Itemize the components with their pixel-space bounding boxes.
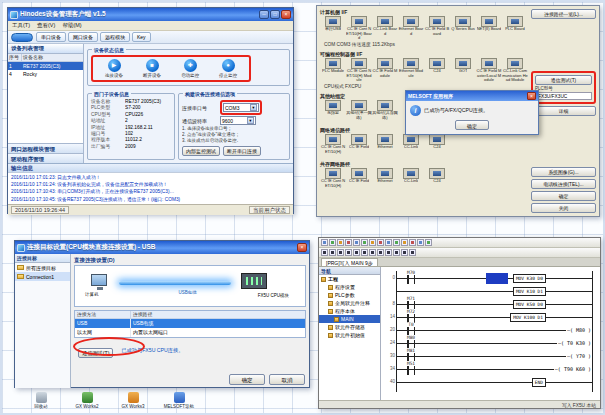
tel-button[interactable]: 电话线连接(TEL)...: [531, 179, 596, 189]
device-group-icon[interactable]: [11, 33, 33, 42]
status-button[interactable]: ■ 断开设备: [136, 59, 168, 78]
ladder-symbol-icon[interactable]: [409, 249, 416, 256]
ladder-symbol-icon[interactable]: [377, 249, 384, 256]
connection-target-item[interactable]: 所有连接目标: [15, 263, 70, 272]
interface-option[interactable]: 串行USB: [320, 16, 346, 41]
window-button[interactable]: ─: [259, 10, 269, 19]
ladder-rung[interactable]: 24 M80 T0 K30: [399, 337, 592, 350]
toolbar-icon[interactable]: [401, 239, 408, 246]
route-option[interactable]: CC IE Field: [346, 168, 372, 193]
route-option[interactable]: C24: [424, 134, 450, 159]
ladder-symbol-icon[interactable]: [337, 249, 344, 256]
route-option[interactable]: CC IE Field: [346, 134, 372, 159]
tree-item[interactable]: 工程: [319, 275, 380, 283]
titlebar[interactable]: 连接目标设置(CPU模块直接连接设置) - USB ×: [15, 241, 309, 254]
route-option[interactable]: Ethernet: [372, 134, 398, 159]
toolbar-icon[interactable]: [377, 239, 384, 246]
toolbar-icon[interactable]: [417, 239, 424, 246]
toolbar-icon[interactable]: [409, 239, 416, 246]
interface-option[interactable]: CC IE Field Master/Local Module: [476, 58, 502, 83]
comm-test-button[interactable]: 断开串口连接: [223, 146, 261, 156]
tree-item[interactable]: 软元件存储器: [319, 323, 380, 331]
comm-test-button[interactable]: 内部监控测试: [182, 146, 220, 156]
system-image-button[interactable]: 系统图像(G)...: [531, 167, 596, 177]
ladder-rung[interactable]: 30 M81 Y70: [399, 350, 592, 363]
ladder-rung[interactable]: 8 M71 MOV K50 D0: [399, 298, 592, 311]
route-option[interactable]: C24: [424, 168, 450, 193]
ladder-rung[interactable]: MOV K10 D1: [399, 285, 592, 298]
ladder-rung[interactable]: 20 T0 M80: [399, 324, 592, 337]
interface-option[interactable]: NET(II) Board: [476, 16, 502, 41]
interface-option[interactable]: Ethernet Module: [398, 58, 424, 83]
toolbar-icon[interactable]: [425, 239, 432, 246]
route-option[interactable]: CC IE Cont NET/10(H): [320, 168, 346, 193]
station-option[interactable]: 其他站(共存网络): [372, 100, 398, 125]
tree-item[interactable]: PLC参数: [319, 291, 380, 299]
com-port-select[interactable]: COM3 ▾: [223, 103, 259, 112]
desktop-shortcut[interactable]: MELSOFT导航: [162, 392, 196, 409]
connection-method-row[interactable]: USB USB电缆: [75, 319, 305, 328]
interface-option[interactable]: PLC Board: [502, 16, 528, 41]
nav-group-drivers[interactable]: 驱动程序管理: [8, 153, 83, 163]
window-button[interactable]: □: [270, 10, 280, 19]
close-button[interactable]: 关闭: [531, 203, 596, 213]
ok-button[interactable]: 确定: [455, 120, 489, 130]
toolbar-icon[interactable]: [361, 239, 368, 246]
interface-option[interactable]: PLC Module: [320, 58, 346, 83]
comm-test-button[interactable]: 通信测试(T): [535, 75, 592, 85]
desktop-shortcut[interactable]: 回收站: [24, 392, 58, 409]
titlebar[interactable]: Hinodes设备管理客户端 v1.5 ─□×: [8, 8, 293, 21]
tree-item[interactable]: 软元件初始值: [319, 331, 380, 339]
ladder-symbol-icon[interactable]: [321, 249, 328, 256]
ok-button[interactable]: 确定: [229, 374, 265, 385]
window-button[interactable]: ×: [281, 10, 291, 19]
col-no[interactable]: 序号: [8, 54, 22, 61]
nav-group-device-list[interactable]: 设备列表管理: [8, 44, 83, 54]
menu-item[interactable]: 帮助(M): [62, 22, 81, 29]
ladder-rung[interactable]: 14 M72 MOV K100 D1: [399, 311, 592, 324]
interface-option[interactable]: GOT: [450, 58, 476, 83]
ok-button[interactable]: 确定: [531, 191, 596, 201]
route-option[interactable]: CC-Link: [398, 134, 424, 159]
ladder-symbol-icon[interactable]: [385, 249, 392, 256]
device-row[interactable]: 4 Rocky: [8, 70, 83, 78]
output-log[interactable]: 2016/11/10 17:01:23: 日志文件载入成功！2016/11/10…: [8, 172, 293, 204]
interface-option[interactable]: CC IE Cont NET/10(H) Board: [346, 16, 372, 41]
connection-list-button[interactable]: 连接路径一览(L)...: [531, 9, 596, 19]
tree-item[interactable]: MAIN: [319, 315, 380, 323]
interface-option[interactable]: CC IE Cont NET/10(H) Module: [346, 58, 372, 83]
tree-item[interactable]: 全局软元件注释: [319, 299, 380, 307]
ladder-symbol-icon[interactable]: [401, 249, 408, 256]
col-name[interactable]: 设备名称: [22, 54, 83, 61]
nav-group-remote-modules[interactable]: 网口远程模块管理: [8, 143, 83, 153]
desktop-shortcut[interactable]: GX Works2: [70, 392, 104, 409]
detail-button[interactable]: 详细: [531, 106, 596, 116]
interface-option[interactable]: CC-Link Communication Head Module: [502, 58, 528, 83]
ladder-symbol-icon[interactable]: [393, 249, 400, 256]
status-button[interactable]: ● 停止监控: [212, 59, 244, 78]
connection-target-item[interactable]: Connection1: [15, 272, 70, 281]
interface-option[interactable]: CC IE Field Module: [372, 58, 398, 83]
menu-item[interactable]: 工具(T): [12, 22, 30, 29]
ladder-symbol-icon[interactable]: [345, 249, 352, 256]
toolbar-icon[interactable]: [385, 239, 392, 246]
desktop-shortcut[interactable]: GX Works3: [116, 392, 150, 409]
device-row[interactable]: 1 RE737 2005(C3): [8, 62, 83, 70]
connection-method-row[interactable]: 以太网 内置以太网端口: [75, 328, 305, 337]
cancel-button[interactable]: 取消: [269, 374, 305, 385]
close-button[interactable]: ×: [297, 243, 307, 252]
comm-test-button[interactable]: 通信测试(T): [78, 348, 113, 358]
interface-option[interactable]: Ethernet Board: [398, 16, 424, 41]
toolbar-tab[interactable]: 网口设备: [68, 32, 98, 42]
toolbar-icon[interactable]: [337, 239, 344, 246]
baud-rate-select[interactable]: 9600 ▾: [220, 116, 256, 125]
interface-option[interactable]: Q Series Bus: [450, 16, 476, 41]
status-button[interactable]: ✚ 启动监控: [174, 59, 206, 78]
interface-option[interactable]: CC-Link Board: [372, 16, 398, 41]
tree-item[interactable]: 程序本体: [319, 307, 380, 315]
close-icon[interactable]: ×: [527, 92, 536, 100]
melsoft-titlebar[interactable]: MELSOFT 应用程序 ×: [406, 91, 538, 101]
interface-option[interactable]: C24: [424, 58, 450, 83]
toolbar-tab[interactable]: Key: [132, 32, 151, 42]
route-option[interactable]: Ethernet: [372, 168, 398, 193]
